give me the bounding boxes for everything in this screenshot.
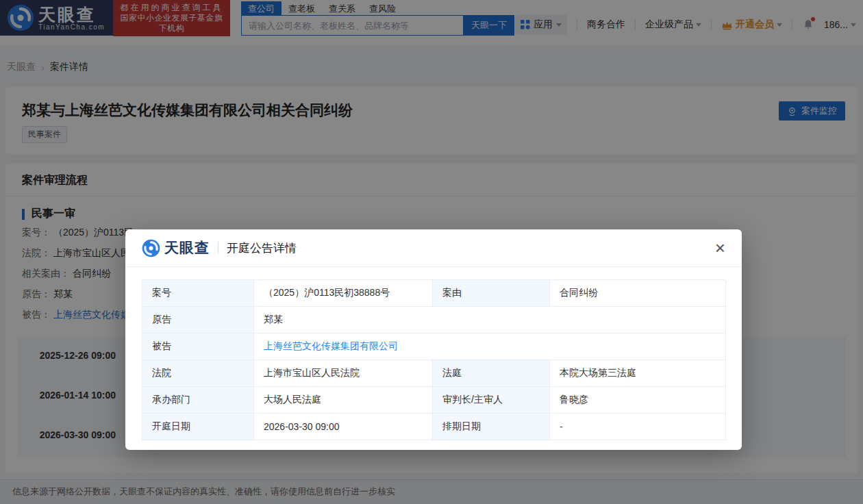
table-label: 排期日期 bbox=[433, 414, 550, 440]
table-value-case-number: （2025）沪0113民初38888号 bbox=[254, 280, 433, 307]
table-value-courtroom: 本院大场第三法庭 bbox=[550, 360, 726, 387]
table-value-department: 大场人民法庭 bbox=[254, 387, 433, 414]
table-value-court: 上海市宝山区人民法院 bbox=[254, 360, 433, 387]
modal-title: 开庭公告详情 bbox=[227, 240, 297, 256]
hearing-detail-table: 案号 （2025）沪0113民初38888号 案由 合同纠纷 原告 郑某 被告 … bbox=[142, 279, 725, 440]
table-label: 法庭 bbox=[433, 360, 550, 387]
hearing-detail-modal: 天眼查 开庭公告详情 × 案号 （2025）沪0113民初38888号 案由 合… bbox=[125, 229, 742, 450]
table-label: 案由 bbox=[433, 280, 550, 307]
table-label: 原告 bbox=[142, 307, 254, 333]
table-value-schedule-date: - bbox=[550, 414, 726, 440]
modal-brand: 天眼查 bbox=[164, 238, 210, 257]
divider bbox=[218, 242, 218, 254]
table-label: 开庭日期 bbox=[142, 414, 254, 440]
table-label: 案号 bbox=[142, 280, 254, 307]
close-icon[interactable]: × bbox=[715, 241, 725, 255]
table-label: 被告 bbox=[142, 333, 254, 360]
table-value-cause: 合同纠纷 bbox=[550, 280, 726, 307]
table-value-judge: 鲁晓彦 bbox=[550, 387, 726, 414]
table-label: 审判长/主审人 bbox=[433, 387, 550, 414]
table-label: 法院 bbox=[142, 360, 254, 387]
defendant-company-link[interactable]: 上海丝芭文化传媒集团有限公司 bbox=[264, 340, 398, 353]
table-value-plaintiff: 郑某 bbox=[254, 307, 726, 333]
tianyancha-logo-icon bbox=[142, 239, 160, 257]
table-value-hearing-date: 2026-03-30 09:00 bbox=[254, 414, 433, 440]
table-label: 承办部门 bbox=[142, 387, 254, 414]
modal-header: 天眼查 开庭公告详情 × bbox=[125, 229, 742, 267]
